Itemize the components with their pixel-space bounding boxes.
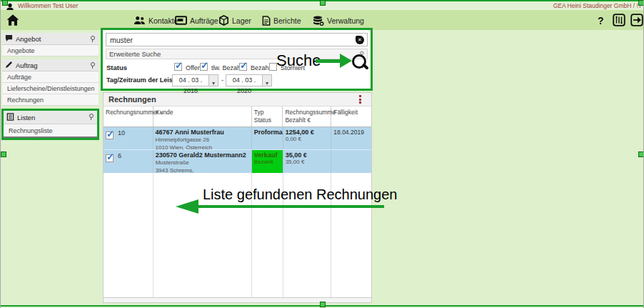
- annotation-handle: [638, 0, 644, 6]
- toolbar-item-kontakte[interactable]: Kontakte: [134, 14, 178, 26]
- help-button[interactable]: ?: [598, 15, 604, 26]
- orders-icon: [175, 16, 187, 25]
- panel-menu-dots-icon[interactable]: [359, 95, 361, 104]
- sidebar-group-label: Angebot: [16, 35, 41, 43]
- reports-icon: [262, 16, 271, 26]
- offer-bubble-icon: [5, 34, 13, 44]
- table-footer-strip: [104, 297, 371, 302]
- sidebar-group-auftrag: Auftrag Aufträge Lieferscheine/Dienstlei…: [2, 59, 99, 106]
- annotation-box-listen: Listen Rechnungsliste: [1, 109, 99, 140]
- toolbar-item-verwaltung[interactable]: Verwaltung: [313, 14, 364, 26]
- pin-icon[interactable]: [89, 62, 95, 69]
- toolbar-item-lager[interactable]: Lager: [218, 14, 251, 26]
- toolbar-item-label: Lager: [232, 16, 251, 25]
- sidebar-group-header-angebot[interactable]: Angebot: [2, 33, 99, 45]
- row-checkbox[interactable]: ✓: [106, 154, 114, 162]
- cell-number: ✓ 6: [104, 150, 154, 173]
- pin-icon[interactable]: [89, 36, 95, 42]
- toolbar-item-label: Berichte: [273, 16, 301, 25]
- warehouse-icon: [218, 15, 229, 26]
- sidebar-item-rechnungen[interactable]: Rechnungen: [2, 94, 99, 106]
- date-from-field[interactable]: 04 . 03 . 2018: [172, 74, 209, 86]
- cell-due: [331, 150, 371, 173]
- column-header-rechnungsnummer[interactable]: Rechnungsnummer: [104, 106, 154, 126]
- date-to-field[interactable]: 04 . 03 . 2020: [226, 74, 263, 86]
- checkbox-bezahlt[interactable]: ✓: [239, 63, 247, 71]
- table-row[interactable]: ✓ 6 230570 Gerald2 Mustermann2 Musterstr…: [104, 150, 371, 173]
- checkbox-label-offen: Offen: [186, 64, 201, 71]
- advanced-search-toggle[interactable]: Erweiterte Suche: [106, 49, 368, 59]
- toolbar-item-label: Aufträge: [190, 16, 218, 25]
- column-header-kunde[interactable]: Kunde: [154, 106, 252, 126]
- cell-sum-paid: 35,00 € 35,00 €: [283, 150, 332, 173]
- cell-customer: 46767 Anni Musterfrau Himmelpfortgasse 2…: [154, 127, 252, 149]
- table-row[interactable]: ✓ 10 46767 Anni Musterfrau Himmelpfortga…: [104, 127, 371, 150]
- toolbar-item-label: Kontakte: [149, 16, 178, 25]
- column-header-typ-status[interactable]: TypStatus: [252, 106, 283, 126]
- date-from-dropdown-button[interactable]: [209, 74, 218, 86]
- administration-icon: [313, 16, 324, 26]
- pin-icon[interactable]: [88, 114, 94, 120]
- annotation-handle: [638, 151, 644, 157]
- sidebar-item-rechnungsliste[interactable]: Rechnungsliste: [4, 124, 97, 138]
- sidebar-group-angebot: Angebot Angebote: [2, 33, 99, 56]
- search-callout-text: Suche: [276, 51, 321, 70]
- status-label: Status: [106, 64, 127, 71]
- settings-sliders-button[interactable]: [613, 14, 625, 26]
- sidebar-item-auftraege[interactable]: Aufträge: [2, 71, 99, 83]
- date-range-separator: -: [221, 76, 223, 84]
- annotation-handle: [320, 0, 326, 6]
- sidebar-group-header-auftrag[interactable]: Auftrag: [2, 59, 99, 71]
- search-callout-arrow-line: [316, 59, 341, 63]
- results-callout-arrow-line: [192, 205, 384, 208]
- checkbox-offen[interactable]: ✓: [174, 63, 182, 71]
- toolbar-item-berichte[interactable]: Berichte: [262, 14, 301, 26]
- pencil-icon: [5, 61, 13, 70]
- results-callout-text: Liste gefundenen Rechnungen: [203, 187, 397, 203]
- column-header-faelligkeit[interactable]: Fälligkeit: [331, 106, 371, 126]
- toolbar-item-label: Verwaltung: [327, 16, 364, 25]
- main-toolbar: Kontakte Aufträge Lager Berichte Verwalt…: [1, 10, 644, 30]
- home-button[interactable]: [6, 14, 20, 26]
- date-to-dropdown-button[interactable]: [263, 74, 272, 86]
- sidebar-item-lieferscheine[interactable]: Lieferscheine/Dienstleistungen: [2, 83, 99, 94]
- column-header-rechnungssumme[interactable]: RechnungssummeBezahlt €: [283, 106, 331, 126]
- clear-search-icon[interactable]: [356, 36, 364, 44]
- sidebar-item-angebote[interactable]: Angebote: [2, 45, 99, 56]
- company-text: GEA Heini Staudinger GmbH / !T: [553, 2, 642, 9]
- results-callout-arrowhead-icon: [176, 199, 198, 214]
- search-magnifier-button[interactable]: [351, 54, 369, 72]
- app-window: Willkommen Test User GEA Heini Staudinge…: [0, 0, 644, 308]
- row-checkbox[interactable]: ✓: [106, 131, 114, 139]
- cell-due: 18.04.2019: [331, 127, 371, 149]
- annotation-handle: [1, 151, 6, 157]
- toolbar-item-auftraege[interactable]: Aufträge: [175, 14, 218, 26]
- list-icon: [6, 113, 14, 122]
- advanced-search-label: Erweiterte Suche: [109, 50, 161, 58]
- cell-sum-paid: 1254,00 € 0,00 €: [283, 127, 332, 149]
- table-header-row: Rechnungsnummer Kunde TypStatus Rechnung…: [104, 106, 371, 127]
- sidebar-group-label: Auftrag: [16, 61, 38, 69]
- logout-button[interactable]: [630, 14, 643, 26]
- checkbox-tlw-bezahlt[interactable]: ✓: [200, 63, 208, 71]
- sidebar-group-label: Listen: [17, 114, 35, 121]
- annotation-handle: [320, 302, 326, 307]
- welcome-text: Willkommen Test User: [18, 2, 78, 9]
- annotation-handle: [2, 0, 8, 6]
- sidebar-group-header-listen[interactable]: Listen: [4, 111, 97, 124]
- cell-type-status: Proforma: [252, 127, 283, 149]
- cell-customer: 230570 Gerald2 Mustermann2 Musterstraße …: [154, 150, 252, 173]
- search-callout-arrowhead-icon: [340, 54, 352, 68]
- cell-type-status: Verkauf Bezahlt: [252, 150, 283, 173]
- contacts-icon: [134, 16, 146, 25]
- cell-number: ✓ 10: [104, 127, 154, 149]
- search-input[interactable]: [106, 33, 368, 46]
